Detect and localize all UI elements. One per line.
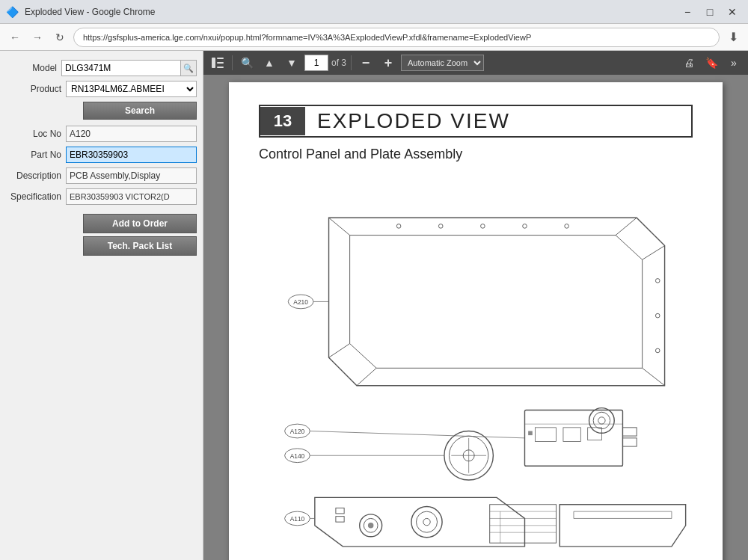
svg-point-14 [565, 224, 569, 229]
product-row: Product RN13P4LM6Z.ABMEEI [6, 81, 197, 97]
description-value: PCB Assembly,Display [66, 167, 197, 184]
svg-point-28 [598, 417, 605, 424]
pdf-zoom-select[interactable]: Automatic Zoom Actual Size Fit Page 50% … [401, 55, 484, 71]
description-label: Description [6, 170, 66, 181]
address-input[interactable] [73, 28, 720, 47]
close-button[interactable]: ✕ [723, 4, 742, 19]
svg-rect-1 [217, 58, 224, 59]
svg-rect-53 [336, 517, 344, 522]
specification-label: Specification [6, 191, 66, 202]
pdf-page-input[interactable]: 1 [304, 55, 328, 71]
assembly-title: Control Panel and Plate Assembly [259, 147, 693, 162]
part-no-label: Part No [6, 150, 66, 160]
svg-point-27 [593, 412, 610, 428]
pdf-search-btn[interactable]: 🔍 [237, 53, 257, 73]
description-row: Description PCB Assembly,Display [6, 167, 197, 184]
svg-rect-3 [217, 67, 224, 68]
pdf-panel: 🔍 ▲ ▼ 1 of 3 − + Automatic Zoom Actual S… [203, 51, 748, 560]
specification-value: EBR30359903 VICTOR2(D [66, 188, 197, 205]
svg-rect-52 [336, 508, 344, 513]
add-to-order-button[interactable]: Add to Order [83, 214, 197, 233]
component-a140 [444, 431, 493, 480]
label-a140: A140 [290, 452, 305, 460]
pdf-prev-btn[interactable]: ▲ [260, 53, 279, 73]
back-button[interactable]: ← [6, 28, 24, 46]
loc-no-row: Loc No A120 [6, 126, 197, 142]
model-search-icon-btn[interactable]: 🔍 [180, 60, 197, 76]
titlebar: 🔷 Exploded View - Google Chrome − □ ✕ [0, 0, 748, 24]
section-header: 13 EXPLODED VIEW [259, 105, 693, 138]
svg-rect-0 [212, 58, 215, 68]
section-number: 13 [260, 107, 305, 135]
pdf-page-total: of 3 [331, 58, 346, 68]
action-buttons: Add to Order Tech. Pack List [6, 214, 197, 256]
model-label: Model [6, 63, 61, 73]
pdf-content[interactable]: 13 EXPLODED VIEW Control Panel and Plate… [203, 75, 748, 560]
svg-line-7 [643, 368, 665, 385]
svg-rect-29 [622, 428, 637, 436]
specification-row: Specification EBR30359903 VICTOR2(D [6, 188, 197, 205]
pdf-more-btn[interactable]: » [724, 53, 744, 73]
window-title: Exploded View - Google Chrome [25, 7, 156, 17]
svg-point-12 [481, 224, 485, 229]
svg-rect-22 [536, 428, 557, 442]
svg-point-42 [423, 518, 430, 525]
diagram-svg: A210 [259, 177, 693, 560]
component-a110 [315, 497, 686, 546]
svg-line-9 [329, 344, 350, 358]
svg-point-41 [416, 511, 437, 532]
window-controls: − □ ✕ [678, 4, 742, 19]
svg-point-15 [655, 279, 660, 283]
svg-line-32 [310, 431, 524, 438]
label-a210: A210 [293, 298, 308, 306]
reload-button[interactable]: ↻ [51, 28, 69, 46]
favicon: 🔷 [6, 6, 19, 18]
model-input-container: 🔍 [61, 60, 197, 76]
pdf-page: 13 EXPLODED VIEW Control Panel and Plate… [229, 82, 723, 560]
model-row: Model 🔍 [6, 60, 197, 76]
minimize-button[interactable]: − [678, 4, 697, 19]
sidebar-toggle-btn[interactable] [208, 53, 227, 73]
svg-point-17 [655, 348, 660, 353]
svg-line-8 [357, 368, 376, 385]
search-button[interactable]: Search [83, 102, 197, 120]
label-a110: A110 [290, 515, 305, 523]
svg-point-16 [655, 313, 660, 318]
model-input[interactable] [61, 60, 180, 76]
part-no-row: Part No EBR30359903 [6, 147, 197, 163]
svg-line-5 [616, 218, 637, 235]
pdf-toolbar: 🔍 ▲ ▼ 1 of 3 − + Automatic Zoom Actual S… [203, 51, 748, 75]
download-button[interactable]: ⬇ [724, 28, 742, 46]
forward-button[interactable]: → [28, 28, 46, 46]
section-title: EXPLODED VIEW [305, 106, 522, 136]
addressbar: ← → ↻ ⬇ [0, 24, 748, 51]
svg-rect-30 [622, 438, 637, 446]
svg-point-11 [438, 224, 443, 229]
pdf-print-btn[interactable]: 🖨 [679, 53, 699, 73]
component-a120 [524, 408, 637, 467]
part-no-value[interactable]: EBR30359903 [66, 147, 197, 163]
main-content: Model 🔍 Product RN13P4LM6Z.ABMEEI Search… [0, 51, 748, 560]
svg-rect-23 [563, 428, 580, 442]
pdf-zoom-in-btn[interactable]: + [378, 53, 398, 73]
pdf-next-btn[interactable]: ▼ [282, 53, 301, 73]
pdf-zoom-out-btn[interactable]: − [356, 53, 375, 73]
pdf-bookmark-btn[interactable]: 🔖 [702, 53, 721, 73]
svg-rect-2 [217, 62, 224, 64]
svg-rect-24 [588, 428, 602, 440]
product-select[interactable]: RN13P4LM6Z.ABMEEI [66, 81, 197, 97]
svg-rect-25 [528, 431, 533, 436]
svg-rect-20 [524, 410, 622, 466]
loc-no-value: A120 [66, 126, 197, 142]
svg-point-45 [368, 523, 373, 528]
maximize-button[interactable]: □ [700, 4, 720, 19]
left-panel: Model 🔍 Product RN13P4LM6Z.ABMEEI Search… [0, 51, 203, 560]
loc-no-label: Loc No [6, 129, 66, 139]
search-btn-container: Search [6, 102, 197, 120]
svg-point-13 [523, 224, 527, 229]
product-label: Product [6, 84, 66, 94]
component-a210 [329, 218, 665, 386]
tech-pack-button[interactable]: Tech. Pack List [83, 236, 197, 256]
svg-point-10 [396, 224, 401, 229]
svg-line-6 [643, 246, 665, 260]
